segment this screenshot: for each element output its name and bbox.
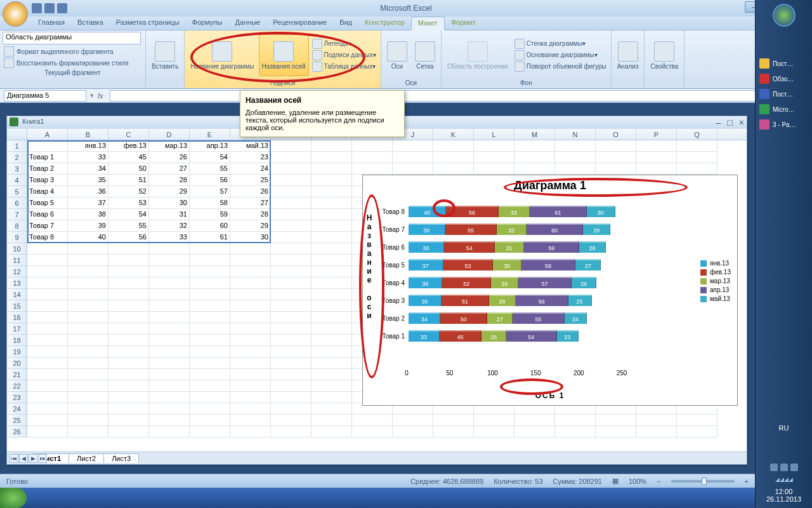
plot-area-icon (468, 41, 488, 62)
workbook-window: Книга1 –□× ABCDEFGHIJKLMNOPQ 12345678910… (6, 116, 747, 465)
wb-minimize[interactable]: – (716, 117, 721, 128)
x-axis-label[interactable]: ОСЬ 1 (535, 391, 565, 400)
data-table-icon (312, 62, 322, 72)
tab-insert[interactable]: Вставка (71, 17, 110, 30)
zoom-out[interactable]: − (657, 478, 660, 485)
chart-title[interactable]: Диаграмма 1 (363, 179, 737, 192)
tab-chart-format[interactable]: Формат (445, 17, 482, 30)
chart-title-button[interactable]: Название диаграммы (187, 34, 257, 76)
legend-icon (312, 39, 322, 49)
axes-button[interactable]: Оси (384, 34, 410, 76)
titlebar: Microsoft Excel Работа с диаграммами – □… (0, 0, 812, 17)
chart-wall-button[interactable]: Стенка диаграммы ▾ (513, 38, 608, 50)
tab-chart-layout[interactable]: Макет (411, 17, 445, 30)
taskbar-app[interactable]: Пост… (756, 86, 812, 102)
tab-review[interactable]: Рецензирование (266, 17, 333, 30)
tab-formulas[interactable]: Формулы (186, 17, 229, 30)
format-selection-icon (4, 46, 14, 57)
formula-input[interactable] (110, 90, 808, 102)
fx-icon[interactable]: fx (98, 92, 103, 100)
group-current-selection: Область диаграммы Формат выделенного фра… (0, 30, 146, 88)
sheet-tabs: ⏮◀▶⏭ Лист1 Лист2 Лист3 (7, 451, 747, 464)
reset-style-button[interactable]: Восстановить форматирование стиля (3, 57, 143, 69)
ribbon-tabs: Главная Вставка Разметка страницы Формул… (0, 17, 812, 30)
tooltip-axis-titles: Названия осей Добавление, удаление или р… (240, 90, 405, 137)
data-table-button[interactable]: Таблица данных ▾ (310, 61, 378, 72)
sheet-tab-3[interactable]: Лист3 (103, 453, 139, 463)
rotation-icon (514, 62, 525, 72)
chart-elements-dropdown[interactable]: Область диаграммы (3, 32, 141, 44)
chart-object[interactable]: Диаграмма 1 Название оси Товар 840563361… (362, 175, 738, 406)
windows-orb-icon[interactable] (773, 4, 796, 27)
taskbar-app[interactable]: Пост… (756, 56, 812, 71)
taskbar-app[interactable]: Обзо… (756, 71, 812, 86)
format-selection-button[interactable]: Формат выделенного фрагмента (3, 46, 143, 57)
start-button[interactable] (0, 488, 27, 508)
wb-maximize[interactable]: □ (727, 117, 732, 128)
insert-icon (155, 41, 175, 62)
wb-close[interactable]: × (739, 117, 744, 128)
axes-icon (387, 41, 407, 62)
analysis-button[interactable]: Анализ (614, 34, 642, 76)
system-tray[interactable] (756, 464, 812, 471)
group-axes: Оси Сетка Оси (381, 30, 442, 88)
insert-button[interactable]: Вставить (148, 34, 181, 76)
save-icon[interactable] (32, 3, 42, 13)
grid[interactable]: ABCDEFGHIJKLMNOPQ 1234567891011121314151… (7, 129, 747, 451)
rotation-button[interactable]: Поворот объемной фигуры (513, 61, 608, 72)
sheet-tab-2[interactable]: Лист2 (69, 453, 104, 463)
vista-sidebar: Пост…Обзо…Пост…Micro…3 - Pa… RU ◢◢◢◢ 12:… (755, 0, 812, 508)
zoom-in[interactable]: + (745, 478, 749, 485)
gridlines-button[interactable]: Сетка (412, 34, 438, 76)
status-count: Количество: 53 (494, 478, 542, 485)
status-sum: Сумма: 208291 (553, 478, 602, 485)
view-normal-icon[interactable]: ▦ (612, 477, 619, 485)
plot-area-button[interactable]: Область построения (444, 34, 511, 76)
group-properties: Свойства (645, 30, 684, 88)
analysis-icon (618, 41, 638, 62)
properties-button[interactable]: Свойства (647, 34, 681, 76)
gridlines-icon (415, 41, 435, 62)
group-labels: Название диаграммы Названия осей Легенда… (185, 30, 381, 88)
chart-floor-icon (514, 50, 525, 60)
name-box[interactable]: Диаграмма 5 (4, 90, 86, 102)
chart-floor-button[interactable]: Основание диаграммы ▾ (513, 50, 608, 61)
tab-chart-design[interactable]: Конструктор (358, 17, 411, 30)
undo-icon[interactable] (44, 3, 55, 13)
quick-access-toolbar (32, 3, 67, 13)
x-axis[interactable]: 050100150200250 (409, 370, 643, 378)
chart-title-icon (212, 41, 232, 62)
status-bar: Готово Среднее: 4628,688889 Количество: … (0, 474, 755, 488)
legend-button[interactable]: Легенда ▾ (310, 38, 378, 50)
tab-data[interactable]: Данные (228, 17, 266, 30)
tab-home[interactable]: Главная (32, 17, 71, 30)
status-avg: Среднее: 4628,688889 (410, 478, 483, 485)
group-insert: Вставить (146, 30, 185, 88)
sheet-nav[interactable]: ⏮◀▶⏭ (10, 454, 47, 463)
office-button[interactable] (3, 1, 28, 27)
data-labels-button[interactable]: Подписи данных ▾ (310, 50, 378, 61)
clock[interactable]: 12:0026.11.2013 (756, 488, 812, 503)
taskbar-app[interactable]: Micro… (756, 102, 812, 117)
y-axis-label[interactable]: Название оси (365, 213, 373, 320)
tab-page-layout[interactable]: Разметка страницы (110, 17, 186, 30)
chart-legend[interactable]: янв.13фев.13мар.13апр.13май.13 (700, 258, 731, 304)
zoom-slider[interactable] (671, 480, 735, 483)
axis-titles-icon (273, 41, 294, 62)
group-analysis: Анализ (612, 30, 645, 88)
redo-icon[interactable] (57, 3, 67, 13)
select-all-corner[interactable] (7, 129, 27, 140)
zoom-label: 100% (629, 478, 646, 485)
excel-icon (10, 117, 18, 126)
windows-taskbar[interactable] (0, 488, 755, 508)
tab-view[interactable]: Вид (333, 17, 358, 30)
formula-bar: Диаграмма 5 ▾ fx (0, 89, 812, 103)
group-background: Область построения Стенка диаграммы ▾ Ос… (442, 30, 612, 88)
language-indicator[interactable]: RU (756, 424, 812, 432)
row-headers[interactable]: 1234567891011121314151617181920212223242… (7, 140, 27, 438)
reset-style-icon (4, 58, 14, 68)
taskbar-app[interactable]: 3 - Pa… (756, 117, 812, 132)
ribbon: Область диаграммы Формат выделенного фра… (0, 30, 812, 89)
properties-icon (654, 41, 674, 62)
axis-titles-button[interactable]: Названия осей (259, 34, 309, 76)
